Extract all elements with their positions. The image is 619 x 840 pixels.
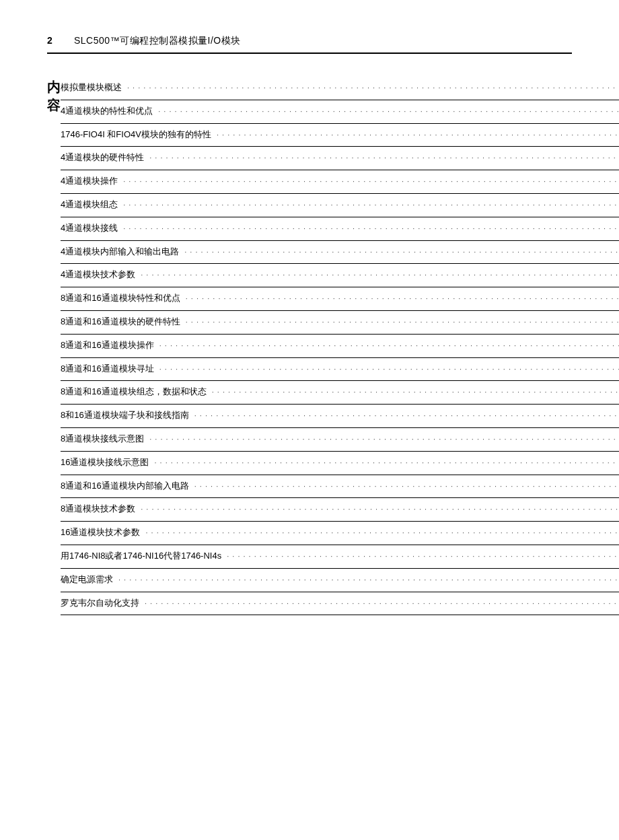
header-rule (47, 53, 572, 54)
toc-leader (154, 457, 619, 469)
toc-entry-title: 16通道模块接线示意图 (61, 456, 149, 470)
toc-entry-title: 4通道模块内部输入和输出电路 (61, 245, 179, 259)
toc-row: 1746-FIO4I 和FIO4V模块的独有的特性4 (61, 124, 619, 147)
toc-leader (123, 199, 619, 211)
toc-leader (217, 129, 619, 141)
toc-leader (158, 106, 619, 118)
toc-row: 16通道模块技术参数38 (61, 522, 619, 545)
toc-entry-title: 确定电源需求 (61, 573, 113, 587)
document-title: SLC500™可编程控制器模拟量I/O模块 (74, 35, 241, 47)
toc-leader (184, 246, 619, 258)
toc-leader (145, 598, 619, 610)
toc-row: 4通道模块内部输入和输出电路10 (61, 241, 619, 265)
toc-row: 4通道模块接线9 (61, 217, 619, 241)
toc-entry-title: 8通道和16通道模块组态，数据和状态 (61, 385, 207, 399)
toc-row: 4通道模块技术参数11 (61, 264, 619, 287)
toc-row: 8通道和16通道模块特性和优点14 (61, 287, 619, 311)
toc-leader (127, 82, 619, 94)
toc-row: 8通道和16通道模块寻址18 (61, 358, 619, 382)
toc-row: 4通道模块的硬件特性5 (61, 147, 619, 170)
toc-row: 模拟量模块概述3 (61, 77, 619, 100)
table-of-contents: 模拟量模块概述34通道模块的特性和优点41746-FIO4I 和FIO4V模块的… (61, 77, 619, 615)
toc-row: 8通道模块技术参数35 (61, 498, 619, 522)
toc-entry-title: 8通道和16通道模块特性和优点 (61, 291, 180, 306)
toc-leader (149, 152, 619, 164)
toc-row: 16通道模块接线示意图33 (61, 452, 619, 475)
toc-entry-title: 罗克韦尔自动化支持 (61, 596, 139, 610)
toc-entry-title: 8通道和16通道模块寻址 (61, 362, 154, 376)
toc-entry-title: 8和16通道模块端子块和接线指南 (61, 409, 189, 423)
toc-entry-title: 4通道模块组态 (61, 198, 118, 212)
page: 2 SLC500™可编程控制器模拟量I/O模块 内容 模拟量模块概述34通道模块… (0, 0, 619, 840)
toc-leader (212, 386, 619, 398)
toc-row: 4通道模块的特性和优点4 (61, 100, 619, 124)
toc-row: 8通道和16通道模块内部输入电路35 (61, 475, 619, 499)
toc-entry-title: 4通道模块技术参数 (61, 268, 135, 282)
toc-leader (118, 574, 619, 586)
toc-row: 8通道模块接线示意图31 (61, 428, 619, 452)
toc-entry-title: 4通道模块的硬件特性 (61, 151, 144, 165)
toc-row: 用1746-NI8或者1746-NI16代替1746-NI4s41 (61, 545, 619, 569)
toc-entry-title: 8通道和16通道模块内部输入电路 (61, 479, 189, 493)
running-header: 2 SLC500™可编程控制器模拟量I/O模块 (47, 35, 572, 47)
toc-leader (186, 293, 619, 305)
toc-leader (123, 223, 619, 235)
toc-entry-title: 16通道模块技术参数 (61, 526, 140, 540)
toc-entry-title: 4通道模块的特性和优点 (61, 104, 153, 118)
toc-leader (141, 503, 619, 516)
toc-entry-title: 用1746-NI8或者1746-NI16代替1746-NI4s (61, 549, 221, 563)
toc-row: 8通道和16通道模块操作17 (61, 335, 619, 358)
section-heading: 内容 (47, 77, 61, 615)
toc-entry-title: 模拟量模块概述 (61, 81, 122, 95)
toc-entry-title: 8通道和16通道模块的硬件特性 (61, 315, 180, 329)
toc-entry-title: 4通道模块接线 (61, 221, 118, 236)
toc-leader (145, 527, 619, 539)
toc-entry-title: 8通道和16通道模块操作 (61, 339, 154, 353)
toc-leader (149, 433, 619, 446)
page-number: 2 (47, 35, 74, 46)
toc-leader (159, 340, 619, 352)
toc-leader (194, 481, 619, 493)
toc-entry-title: 8通道模块技术参数 (61, 502, 135, 516)
toc-row: 8通道和16通道模块的硬件特性15 (61, 311, 619, 335)
toc-row: 4通道模块操作5 (61, 170, 619, 194)
toc-row: 8和16通道模块端子块和接线指南29 (61, 405, 619, 428)
toc-entry-title: 8通道模块接线示意图 (61, 432, 144, 446)
toc-entry-title: 4通道模块操作 (61, 174, 118, 188)
toc-row: 8通道和16通道模块组态，数据和状态22 (61, 381, 619, 405)
toc-leader (186, 316, 619, 328)
toc-entry-title: 1746-FIO4I 和FIO4V模块的独有的特性 (61, 128, 211, 142)
toc-leader (123, 176, 619, 188)
toc-leader (194, 410, 619, 422)
toc-leader (227, 551, 619, 563)
toc-row: 罗克韦尔自动化支持43 (61, 592, 619, 616)
toc-row: 4通道模块组态7 (61, 194, 619, 217)
toc-leader (141, 269, 619, 281)
toc-row: 确定电源需求42 (61, 569, 619, 592)
toc-leader (159, 363, 619, 376)
content-area: 内容 模拟量模块概述34通道模块的特性和优点41746-FIO4I 和FIO4V… (47, 77, 572, 615)
